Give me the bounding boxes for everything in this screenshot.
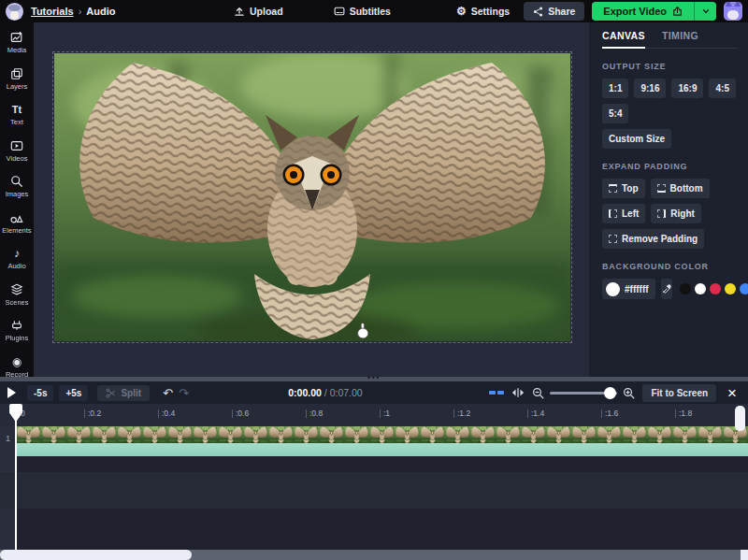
breadcrumb-tutorials-link[interactable]: Tutorials [31, 6, 74, 17]
subtitles-button[interactable]: Subtitles [327, 3, 397, 20]
pad-bottom-button[interactable]: Bottom [651, 179, 710, 198]
time-display: 0:00.00 / 0:07.00 [267, 387, 383, 398]
pad-right-button[interactable]: Right [651, 204, 701, 223]
zoom-slider-track[interactable] [550, 392, 617, 395]
play-button[interactable] [7, 387, 16, 398]
sidebar-item-audio[interactable]: ♪ Audio [0, 247, 34, 270]
split-button[interactable]: Split [97, 385, 150, 401]
ruler-tick: :1.6 [601, 409, 618, 418]
left-toolbar: Media Layers Tt Text Videos Images Eleme… [0, 22, 34, 381]
user-avatar[interactable] [724, 2, 742, 21]
scenes-icon [10, 283, 23, 296]
zoom-out-icon[interactable] [532, 387, 544, 399]
ratio-1-1-button[interactable]: 1:1 [602, 79, 628, 98]
tab-canvas[interactable]: CANVAS [602, 22, 645, 49]
upload-button[interactable]: Upload [227, 3, 290, 20]
audio-note-icon: ♪ [14, 247, 20, 260]
ratio-5-4-button[interactable]: 5:4 [602, 104, 628, 123]
sidebar-item-media[interactable]: Media [0, 31, 34, 54]
skip-forward-button[interactable]: +5s [59, 385, 88, 401]
pad-top-button[interactable]: Top [602, 179, 645, 198]
empty-track-row[interactable] [0, 472, 748, 509]
ruler-tick: :1.8 [675, 409, 692, 418]
playbar-right-controls: Fit to Screen × [489, 384, 741, 402]
close-timeline-icon[interactable]: × [724, 385, 741, 401]
zoom-slider-knob[interactable] [604, 387, 616, 399]
ratio-buttons: 1:1 9:16 16:9 4:5 5:4 [602, 79, 748, 123]
swatch-blue[interactable] [740, 283, 748, 294]
ratio-4-5-button[interactable]: 4:5 [709, 79, 735, 98]
panel-resize-handle[interactable]: ••• [0, 377, 748, 381]
sidebar-label-media: Media [7, 46, 26, 54]
pad-left-label: Left [622, 208, 639, 219]
gear-icon: ⚙ [456, 6, 467, 17]
redo-button[interactable]: ↷ [179, 386, 189, 400]
ruler-tick: :0.2 [84, 409, 101, 418]
video-preview[interactable] [54, 53, 570, 341]
media-icon [10, 31, 23, 44]
settings-button[interactable]: ⚙ Settings [450, 3, 516, 20]
breadcrumb-current[interactable]: Audio [86, 6, 115, 17]
sidebar-item-videos[interactable]: Videos [0, 139, 34, 163]
current-color-button[interactable]: #ffffff [602, 279, 655, 299]
background-color-row: #ffffff [602, 279, 748, 299]
swatch-white[interactable] [695, 283, 706, 294]
layers-icon [10, 67, 23, 80]
sidebar-item-layers[interactable]: Layers [0, 67, 34, 91]
horizontal-scrollbar[interactable] [0, 550, 748, 560]
app-logo[interactable] [6, 3, 23, 21]
playhead-marker[interactable] [9, 404, 22, 423]
sidebar-item-images[interactable]: Images [0, 175, 34, 198]
sidebar-item-text[interactable]: Tt Text [0, 103, 34, 126]
export-video-button[interactable]: Export Video [592, 2, 694, 21]
tab-timing[interactable]: TIMING [662, 22, 698, 49]
clip-audio-strip [16, 443, 748, 456]
remove-padding-label: Remove Padding [622, 234, 698, 244]
current-color-hex: #ffffff [625, 284, 649, 294]
horizontal-scrollbar-thumb[interactable] [0, 550, 192, 560]
videos-icon [10, 139, 23, 152]
elements-icon [10, 211, 23, 224]
snap-toggle[interactable] [489, 391, 504, 395]
plugins-icon [10, 319, 23, 332]
swatch-yellow[interactable] [725, 283, 736, 294]
time-separator: / [322, 387, 330, 398]
swatch-black[interactable] [680, 283, 691, 294]
panel-tabs: CANVAS TIMING [602, 22, 737, 49]
share-button[interactable]: Share [524, 2, 584, 21]
remove-padding-button[interactable]: Remove Padding [602, 229, 704, 249]
split-view-icon[interactable] [511, 386, 525, 399]
sidebar-item-record[interactable]: ◉ Record [0, 355, 34, 379]
sidebar-item-plugins[interactable]: Plugins [0, 319, 34, 342]
split-label: Split [121, 388, 141, 398]
export-dropdown-button[interactable] [694, 2, 716, 21]
pad-bottom-icon [657, 184, 666, 193]
sidebar-item-elements[interactable]: Elements [0, 211, 34, 235]
timeline-ruler[interactable]: 0 :0.2 :0.4 :0.6 :0.8 :1 :1.2 :1.4 :1.6 … [0, 404, 748, 426]
swatch-red[interactable] [710, 283, 721, 294]
ratio-9-16-button[interactable]: 9:16 [634, 79, 666, 98]
sidebar-label-text: Text [10, 118, 23, 126]
top-bar: Tutorials › Audio Upload Subtitles ⚙ Set… [0, 0, 748, 22]
padding-row-1: Top Bottom [602, 179, 748, 198]
breadcrumb-separator: › [79, 6, 82, 17]
export-icon [672, 6, 683, 17]
ratio-16-9-button[interactable]: 16:9 [671, 79, 703, 98]
pad-right-icon [657, 209, 666, 218]
ruler-tick: :0.8 [306, 409, 323, 418]
zoom-in-icon[interactable] [623, 387, 635, 399]
video-clip[interactable] [16, 426, 748, 457]
custom-size-row: Custom Size [602, 129, 748, 149]
undo-button[interactable]: ↶ [163, 386, 173, 400]
pad-left-button[interactable]: Left [602, 204, 645, 223]
skip-back-button[interactable]: -5s [27, 385, 53, 401]
sidebar-item-scenes[interactable]: Scenes [0, 283, 34, 307]
sidebar-label-images: Images [6, 190, 29, 198]
eyedropper-button[interactable] [661, 279, 672, 299]
fit-to-screen-button[interactable]: Fit to Screen [642, 384, 716, 402]
custom-size-button[interactable]: Custom Size [602, 129, 671, 149]
ruler-scroll-handle[interactable] [735, 406, 745, 431]
color-swatches [680, 283, 748, 294]
pad-left-icon [609, 209, 617, 218]
chevron-down-icon [701, 7, 711, 16]
